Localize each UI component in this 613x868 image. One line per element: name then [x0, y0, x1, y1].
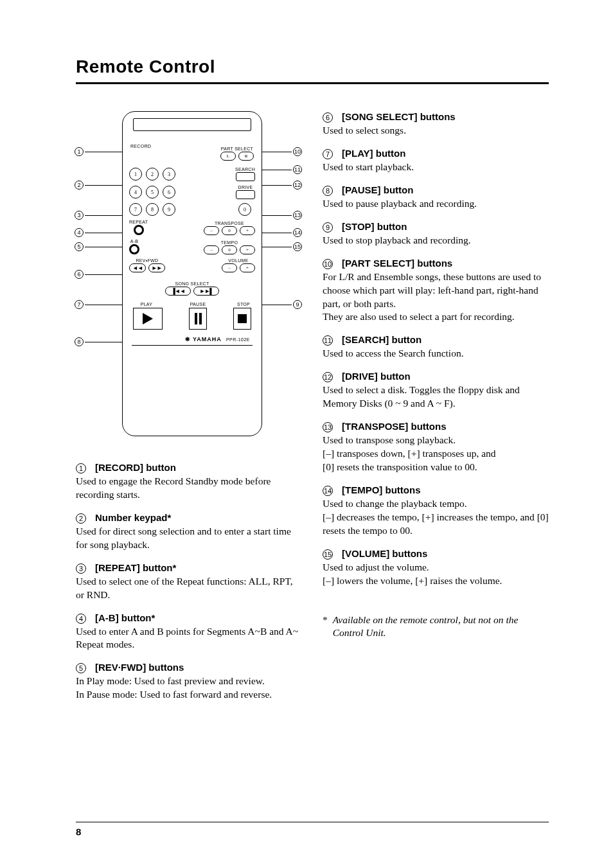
record-button[interactable]: [134, 149, 148, 163]
item-title: [A-B] button*: [95, 612, 155, 623]
song-select-label: SONG SELECT: [175, 281, 209, 286]
part-l-button[interactable]: L: [220, 152, 236, 161]
play-button[interactable]: [133, 308, 163, 330]
callout-6: 6: [75, 270, 84, 279]
description-item: 12[DRIVE] buttonUsed to select a disk. T…: [323, 371, 549, 411]
item-body: Used to select a disk. Toggles the flopp…: [323, 384, 549, 411]
num-9-button[interactable]: 9: [163, 203, 175, 216]
num-2-button[interactable]: 2: [146, 168, 159, 181]
num-8-button[interactable]: 8: [146, 203, 159, 216]
callout-4: 4: [75, 228, 84, 237]
num-1-button[interactable]: 1: [129, 168, 142, 181]
item-number: 4: [76, 614, 86, 624]
item-title: [PLAY] button: [342, 148, 405, 159]
item-number: 8: [323, 186, 333, 196]
footnote: * Available on the remote control, but n…: [323, 614, 549, 641]
num-6-button[interactable]: 6: [163, 186, 175, 199]
callout-15: 15: [293, 242, 302, 251]
item-body: Used to start playback.: [323, 161, 549, 174]
callout-8: 8: [75, 337, 84, 346]
tempo-label: TEMPO: [221, 240, 238, 245]
item-title: [REV·FWD] buttons: [95, 662, 184, 673]
item-title: [DRIVE] button: [342, 371, 411, 382]
item-title: [PAUSE] button: [342, 184, 413, 195]
tempo-zero-button[interactable]: 0: [222, 245, 237, 254]
stop-label: STOP: [235, 302, 253, 306]
pause-label: PAUSE: [189, 302, 207, 306]
stop-button[interactable]: [233, 308, 251, 330]
ab-label: A-B: [130, 239, 139, 244]
description-item: 11[SEARCH] buttonUsed to access the Sear…: [323, 334, 549, 360]
item-number: 2: [76, 513, 86, 524]
remote-diagram: 1 2 3 4 5 6 7 8 10 11: [76, 111, 302, 436]
ir-window: [133, 118, 251, 131]
pause-button[interactable]: [189, 308, 207, 330]
num-3-button[interactable]: 3: [163, 168, 175, 181]
transpose-minus-button[interactable]: –: [204, 226, 219, 235]
item-body: For L/R and Ensemble songs, these button…: [323, 270, 549, 324]
item-body: Used to access the Search function.: [323, 347, 549, 360]
song-next-button[interactable]: ►►▌: [193, 287, 219, 296]
stop-icon: [238, 314, 247, 323]
rev-button[interactable]: ◄◄: [129, 263, 146, 272]
item-number: 10: [323, 259, 333, 269]
item-number: 5: [76, 663, 86, 673]
items-left: 1[RECORD] buttonUsed to engage the Recor…: [76, 462, 302, 702]
callout-2: 2: [75, 181, 84, 190]
repeat-button[interactable]: [134, 225, 144, 235]
part-select-label: PART SELECT: [221, 146, 253, 151]
fwd-button[interactable]: ►►: [148, 263, 165, 272]
volume-label: VOLUME: [228, 258, 248, 263]
title-divider: [76, 82, 549, 84]
play-icon: [143, 313, 153, 324]
callout-9: 9: [293, 300, 302, 309]
item-number: 9: [323, 222, 333, 233]
num-5-button[interactable]: 5: [146, 186, 159, 199]
item-number: 12: [323, 372, 333, 382]
volume-minus-button[interactable]: –: [222, 263, 237, 272]
item-body: Used to stop playback and recording.: [323, 234, 549, 247]
search-button[interactable]: [236, 172, 255, 181]
num-0-button[interactable]: 0: [238, 203, 251, 216]
num-4-button[interactable]: 4: [129, 186, 142, 199]
item-number: 7: [323, 149, 333, 159]
ab-button[interactable]: [129, 244, 139, 254]
description-item: 4[A-B] button*Used to enter A and B poin…: [76, 612, 302, 652]
item-body: Used to adjust the volume.[–] lowers the…: [323, 561, 549, 588]
item-title: [SONG SELECT] buttons: [342, 111, 456, 122]
tempo-minus-button[interactable]: –: [204, 245, 219, 254]
item-number: 14: [323, 486, 333, 496]
item-body: Used to change the playback tempo.[–] de…: [323, 497, 549, 538]
item-number: 15: [323, 549, 333, 560]
model-text: PPR-102E: [226, 337, 250, 342]
callout-10: 10: [293, 147, 302, 156]
transpose-zero-button[interactable]: 0: [222, 226, 237, 235]
item-body: Used to pause playback and recording.: [323, 197, 549, 211]
tempo-plus-button[interactable]: +: [240, 245, 255, 254]
transpose-plus-button[interactable]: +: [240, 226, 255, 235]
song-prev-button[interactable]: ▐◄◄: [165, 287, 191, 296]
callout-11: 11: [293, 165, 302, 174]
item-title: [STOP] button: [342, 221, 407, 232]
part-r-button[interactable]: R: [238, 152, 254, 161]
item-title: [REPEAT] button*: [95, 562, 176, 573]
num-7-button[interactable]: 7: [129, 203, 142, 216]
footnote-marker: *: [323, 614, 328, 641]
volume-plus-button[interactable]: +: [240, 263, 255, 272]
drive-button[interactable]: [236, 190, 255, 199]
drive-label: DRIVE: [238, 185, 253, 190]
record-label: RECORD: [130, 144, 151, 148]
item-body: Used to select songs.: [323, 124, 549, 137]
yamaha-logo-icon: ❋: [185, 336, 191, 342]
pause-icon: [195, 313, 197, 324]
item-number: 11: [323, 335, 333, 346]
description-item: 3[REPEAT] button*Used to select one of t…: [76, 562, 302, 602]
description-item: 1[RECORD] buttonUsed to engage the Recor…: [76, 462, 302, 502]
description-item: 5[REV·FWD] buttonsIn Play mode: Used to …: [76, 662, 302, 702]
callout-12: 12: [293, 181, 302, 190]
item-body: Used to transpose song playback.[–] tran…: [323, 434, 549, 474]
footnote-text: Available on the remote control, but not…: [333, 614, 549, 641]
item-body: Used to enter A and B points for Segment…: [76, 625, 302, 652]
callout-3: 3: [75, 211, 84, 220]
callout-1: 1: [75, 147, 84, 156]
